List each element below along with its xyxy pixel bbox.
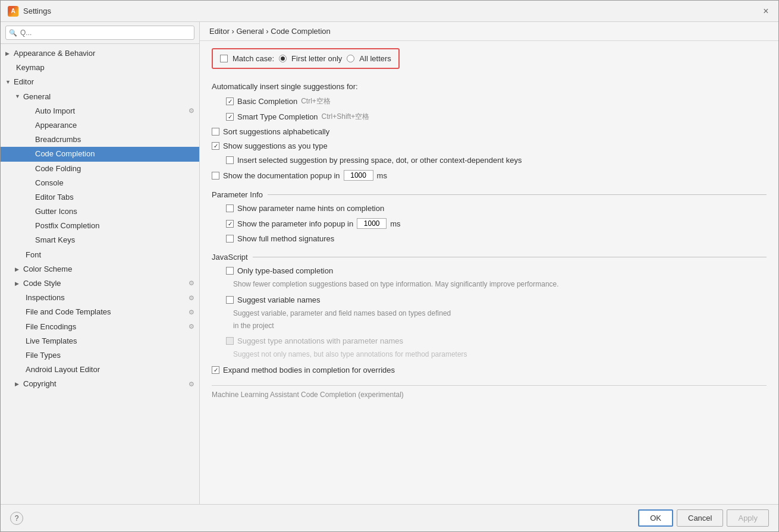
param-popup-checkbox[interactable] — [226, 220, 234, 228]
sidebar-item-appearance-behavior[interactable]: ▶ Appearance & Behavior — [1, 46, 199, 61]
sidebar-item-editor[interactable]: ▼ Editor — [1, 75, 199, 89]
sidebar-item-label: File Encodings — [26, 322, 76, 332]
sidebar: 🔍 ▶ Appearance & Behavior Keymap ▼ — [1, 22, 200, 504]
type-annotations-checkbox[interactable] — [226, 337, 234, 345]
sidebar-item-label: Inspections — [26, 292, 65, 303]
param-hints-checkbox[interactable] — [226, 204, 234, 212]
help-button[interactable]: ? — [10, 512, 23, 525]
parameter-info-section: Parameter Info — [212, 190, 767, 199]
sidebar-item-copyright[interactable]: ▶ Copyright ⚙ — [1, 377, 199, 391]
match-case-box: Match case: First letter only All letter… — [212, 48, 400, 69]
full-signatures-checkbox[interactable] — [226, 235, 234, 243]
sidebar-item-label: Code Folding — [35, 163, 81, 174]
basic-completion-row: Basic Completion Ctrl+空格 — [212, 95, 767, 108]
suggest-var-desc2: in the project — [212, 321, 767, 331]
param-info-popup-row: Show the parameter info popup in ms — [212, 217, 767, 230]
type-based-checkbox[interactable] — [226, 267, 234, 275]
sidebar-item-live-templates[interactable]: Live Templates — [1, 334, 199, 348]
show-doc-ms: ms — [377, 171, 387, 180]
sidebar-item-auto-import[interactable]: Auto Import ⚙ — [1, 104, 199, 118]
sidebar-item-breadcrumbs[interactable]: Breadcrumbs — [1, 133, 199, 147]
bottom-bar: ? OK Cancel Apply — [1, 504, 778, 531]
sidebar-item-label: Keymap — [16, 62, 45, 73]
sidebar-item-label: Editor — [14, 77, 34, 87]
sidebar-item-label: File Types — [26, 350, 61, 361]
sidebar-item-code-completion[interactable]: Code Completion — [1, 147, 199, 161]
basic-completion-checkbox[interactable] — [226, 97, 234, 105]
basic-completion-label: Basic Completion — [237, 97, 297, 106]
sidebar-item-label: Breadcrumbs — [35, 134, 81, 145]
sidebar-item-label: Gutter Icons — [35, 206, 77, 217]
chevron-icon: ▶ — [15, 380, 21, 388]
sidebar-item-console[interactable]: Console — [1, 176, 199, 190]
sidebar-item-file-encodings[interactable]: File Encodings ⚙ — [1, 320, 199, 334]
sidebar-item-label: Code Completion — [35, 149, 95, 159]
param-hints-label: Show parameter name hints on completion — [237, 204, 384, 213]
settings-icon: ⚙ — [189, 380, 194, 389]
sidebar-item-label: General — [23, 92, 51, 102]
breadcrumb: Editor › General › Code Completion — [200, 22, 778, 41]
sidebar-item-label: Smart Keys — [35, 235, 75, 245]
sidebar-item-code-style[interactable]: ▶ Code Style ⚙ — [1, 276, 199, 291]
sidebar-item-inspections[interactable]: Inspections ⚙ — [1, 291, 199, 305]
show-doc-input[interactable] — [344, 170, 373, 181]
sidebar-item-appearance[interactable]: Appearance — [1, 118, 199, 133]
sidebar-item-gutter-icons[interactable]: Gutter Icons — [1, 204, 199, 219]
smart-type-checkbox[interactable] — [226, 113, 234, 121]
param-popup-label-before: Show the parameter info popup in — [237, 219, 353, 228]
dialog-title: Settings — [23, 7, 51, 15]
btn-group: OK Cancel Apply — [638, 509, 769, 527]
sidebar-item-label: Android Layout Editor — [26, 364, 100, 375]
search-wrapper: 🔍 — [5, 26, 194, 40]
expand-method-checkbox[interactable] — [212, 366, 219, 374]
match-case-label: Match case: — [233, 54, 274, 63]
type-based-desc: Show fewer completion suggestions based … — [212, 279, 767, 289]
sidebar-item-label: Postfix Completion — [35, 221, 99, 231]
app-icon: A — [8, 6, 18, 17]
sidebar-item-color-scheme[interactable]: ▶ Color Scheme — [1, 262, 199, 276]
sort-alpha-row: Sort suggestions alphabetically — [212, 126, 767, 137]
sidebar-item-label: Editor Tabs — [35, 192, 74, 203]
sidebar-item-keymap[interactable]: Keymap — [1, 61, 199, 75]
ok-button[interactable]: OK — [638, 509, 673, 527]
sidebar-item-label: Copyright — [23, 379, 56, 389]
match-case-checkbox[interactable] — [220, 55, 228, 62]
insert-space-checkbox[interactable] — [226, 156, 234, 164]
sidebar-item-android-layout-editor[interactable]: Android Layout Editor — [1, 363, 199, 377]
auto-insert-label: Automatically insert single suggestions … — [212, 82, 358, 91]
param-popup-input[interactable] — [357, 218, 387, 229]
smart-type-row: Smart Type Completion Ctrl+Shift+空格 — [212, 111, 767, 123]
apply-button[interactable]: Apply — [727, 509, 769, 527]
sidebar-item-editor-tabs[interactable]: Editor Tabs — [1, 190, 199, 204]
first-letter-radio[interactable] — [279, 55, 287, 62]
sidebar-item-postfix-completion[interactable]: Postfix Completion — [1, 219, 199, 233]
show-suggestions-label: Show suggestions as you type — [223, 141, 328, 150]
ml-note: Machine Learning Assistant Code Completi… — [212, 385, 767, 399]
smart-type-label: Smart Type Completion — [237, 112, 318, 121]
first-letter-label: First letter only — [291, 54, 342, 63]
sidebar-item-code-folding[interactable]: Code Folding — [1, 162, 199, 176]
all-letters-radio[interactable] — [347, 55, 354, 62]
sidebar-item-label: File and Code Templates — [26, 307, 111, 317]
param-popup-ms: ms — [390, 219, 400, 228]
cancel-button[interactable]: Cancel — [677, 509, 723, 527]
search-input[interactable] — [5, 26, 194, 40]
sidebar-item-file-types[interactable]: File Types — [1, 348, 199, 363]
close-button[interactable]: × — [761, 6, 771, 17]
sidebar-tree: ▶ Appearance & Behavior Keymap ▼ Editor … — [1, 44, 199, 504]
search-icon: 🔍 — [9, 29, 17, 37]
all-letters-label: All letters — [359, 54, 391, 63]
suggest-var-label: Suggest variable names — [237, 295, 320, 304]
basic-completion-shortcut: Ctrl+空格 — [301, 96, 331, 106]
show-doc-popup-row: Show the documentation popup in ms — [212, 169, 767, 182]
sort-alpha-checkbox[interactable] — [212, 128, 219, 136]
show-suggestions-checkbox[interactable] — [212, 142, 219, 150]
suggest-var-checkbox[interactable] — [226, 296, 234, 304]
chevron-icon: ▼ — [5, 78, 11, 86]
sidebar-item-file-code-templates[interactable]: File and Code Templates ⚙ — [1, 305, 199, 319]
sidebar-item-general[interactable]: ▼ General — [1, 90, 199, 104]
sidebar-item-smart-keys[interactable]: Smart Keys — [1, 233, 199, 247]
sidebar-item-font[interactable]: Font — [1, 248, 199, 262]
show-doc-checkbox[interactable] — [212, 172, 219, 180]
sidebar-item-label: Auto Import — [35, 106, 75, 117]
